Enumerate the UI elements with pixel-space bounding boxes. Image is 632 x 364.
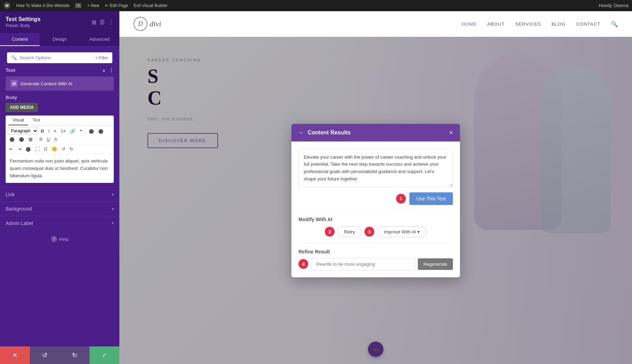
search-icon: 🔍 — [11, 55, 17, 60]
admin-bar-edit-page[interactable]: ✏ Edit Page — [105, 3, 128, 8]
editor-toolbar: Paragraph B I ≡ 1≡ 🔗 ❝ ⬤ ⬤ ⬤ ⬤ ▦ S U — [6, 126, 114, 144]
admin-bar-comments[interactable]: 0 — [75, 3, 81, 8]
link-button[interactable]: 🔗 — [68, 128, 77, 134]
toolbar-divider-1 — [85, 127, 86, 134]
admin-label-label: Admin Label — [6, 220, 33, 226]
website-preview: D divi HOME ABOUT SERVICES BLOG CONTACT … — [119, 11, 632, 364]
modal-divider-2 — [298, 243, 453, 243]
sidebar-header-icons: ⊞ ☰ ⋮ — [92, 19, 114, 26]
undo-toolbar-button[interactable]: ↺ — [60, 146, 67, 152]
modify-buttons: 2 Retry 3 Improve With AI ▾ — [298, 226, 453, 237]
modal-back-button[interactable]: ← — [298, 130, 304, 136]
italic-button[interactable]: I — [46, 128, 51, 134]
tab-design[interactable]: Design — [40, 33, 79, 46]
admin-bar-site-name[interactable]: How To Make A Divi Website — [16, 3, 70, 8]
bold-button[interactable]: B — [39, 128, 46, 134]
background-section[interactable]: Background ▾ — [0, 201, 119, 216]
sidebar-icon-more[interactable]: ⋮ — [108, 19, 114, 26]
nav-link-about[interactable]: ABOUT — [487, 21, 505, 27]
editor-tab-text[interactable]: Text — [28, 115, 44, 125]
ordered-list-button[interactable]: 1≡ — [59, 128, 68, 134]
search-input[interactable] — [20, 55, 92, 60]
modal-body: Elevate your career with the power of ca… — [291, 141, 460, 277]
undo-button[interactable]: ↺ — [30, 346, 60, 364]
text-section-header[interactable]: Text ▲ ⋮ — [6, 67, 114, 73]
sidebar-icon-view[interactable]: ☰ — [100, 19, 105, 26]
generate-ai-button[interactable]: AI Generate Content With AI — [6, 77, 114, 91]
help-button[interactable]: ? Help — [0, 230, 119, 248]
sidebar-preset[interactable]: Preset: Body — [6, 23, 40, 28]
outdent-button[interactable]: ⇥ — [16, 146, 23, 152]
admin-bar-user[interactable]: Howdy, Deanna — [599, 3, 629, 8]
improve-with-ai-button[interactable]: Improve With AI ▾ — [377, 226, 427, 237]
generate-btn-label: Generate Content With AI — [20, 81, 72, 86]
admin-bar-right: Howdy, Deanna — [599, 3, 629, 8]
modal-overlay: ← Content Results × Elevate your career … — [119, 37, 632, 364]
indent-button[interactable]: ⇤ — [8, 146, 15, 152]
modal-content-textarea[interactable]: Elevate your career with the power of ca… — [298, 148, 453, 187]
nav-link-home[interactable]: HOME — [462, 21, 477, 27]
improve-label: Improve With AI — [384, 229, 416, 234]
website-nav: D divi HOME ABOUT SERVICES BLOG CONTACT … — [119, 11, 632, 37]
body-label: Body — [6, 95, 114, 100]
text-section: Text ▲ ⋮ AI Generate Content With AI Bod… — [0, 63, 119, 187]
blockquote-button[interactable]: ❝ — [78, 128, 84, 134]
unordered-list-button[interactable]: ≡ — [52, 128, 58, 134]
table-button[interactable]: ▦ — [27, 136, 34, 143]
color-button[interactable]: A — [52, 136, 59, 143]
modal-header: ← Content Results × — [291, 124, 460, 141]
sidebar-title-group: Text Settings Preset: Body — [6, 16, 40, 28]
strikethrough-button[interactable]: S — [38, 136, 44, 143]
link-chevron-icon: ▾ — [112, 192, 114, 197]
sidebar-icon-responsive[interactable]: ⊞ — [92, 19, 96, 26]
justify-button[interactable]: ⬤ — [17, 136, 26, 143]
regenerate-button[interactable]: Regenerate — [418, 258, 453, 270]
align-left-button[interactable]: ⬤ — [87, 128, 96, 134]
underline-button[interactable]: U — [45, 136, 52, 143]
wp-logo-icon[interactable]: W — [4, 2, 11, 9]
text-section-menu[interactable]: ⋮ — [109, 67, 114, 73]
cancel-button[interactable]: ✕ — [0, 346, 30, 364]
editor-tab-visual[interactable]: Visual — [8, 115, 28, 125]
retry-button[interactable]: Retry — [337, 226, 362, 237]
redo-toolbar-button[interactable]: ↻ — [68, 146, 75, 152]
nav-link-services[interactable]: SERVICES — [515, 21, 541, 27]
align-center-button[interactable]: ⬤ — [97, 128, 105, 134]
admin-bar-exit-builder[interactable]: Exit Visual Builder — [134, 3, 168, 8]
nav-search-icon[interactable]: 🔍 — [611, 21, 618, 27]
sidebar: Text Settings Preset: Body ⊞ ☰ ⋮ Content… — [0, 11, 119, 364]
link-section[interactable]: Link ▾ — [0, 187, 119, 201]
nav-link-blog[interactable]: BLOG — [552, 21, 566, 27]
fullscreen-button[interactable]: ⛶ — [33, 146, 41, 152]
filter-button[interactable]: + Filter — [95, 55, 108, 60]
redo-button[interactable]: ↻ — [60, 346, 90, 364]
nav-link-contact[interactable]: CONTACT — [576, 21, 600, 27]
special-char-button[interactable]: Ω — [42, 146, 49, 152]
editor-content[interactable]: Fermentum nulla non justo aliquet, quis … — [6, 154, 114, 183]
format-button[interactable]: ⬤ — [24, 146, 33, 152]
editor-tabs: Visual Text — [6, 115, 114, 126]
modal-close-button[interactable]: × — [449, 130, 453, 136]
text-section-label: Text — [6, 67, 15, 73]
improve-chevron-icon: ▾ — [417, 229, 420, 234]
refine-input[interactable] — [311, 258, 415, 270]
nav-links: HOME ABOUT SERVICES BLOG CONTACT 🔍 — [462, 21, 618, 27]
add-media-button[interactable]: ADD MEDIA — [6, 103, 38, 112]
save-button[interactable]: ✓ — [90, 346, 119, 364]
sidebar-bottom-bar: ✕ ↺ ↻ ✓ — [0, 346, 119, 364]
background-chevron-icon: ▾ — [112, 206, 114, 211]
tab-content[interactable]: Content — [0, 33, 40, 46]
background-label: Background — [6, 206, 32, 212]
toolbar-divider-2 — [36, 135, 36, 143]
admin-bar-new[interactable]: + New — [87, 3, 99, 8]
admin-bar: W How To Make A Divi Website 0 + New ✏ E… — [0, 0, 632, 11]
refine-row: 4 Regenerate — [298, 258, 453, 270]
align-right-button[interactable]: ⬤ — [8, 136, 17, 143]
use-text-button[interactable]: Use This Text — [409, 192, 453, 205]
paragraph-select[interactable]: Paragraph — [8, 127, 38, 135]
modal-divider-1 — [298, 211, 453, 211]
emoji-button[interactable]: 🙂 — [50, 146, 59, 152]
admin-label-section[interactable]: Admin Label ▾ — [0, 216, 119, 230]
search-area: 🔍 + Filter — [0, 46, 119, 63]
tab-advanced[interactable]: Advanced — [80, 33, 119, 46]
